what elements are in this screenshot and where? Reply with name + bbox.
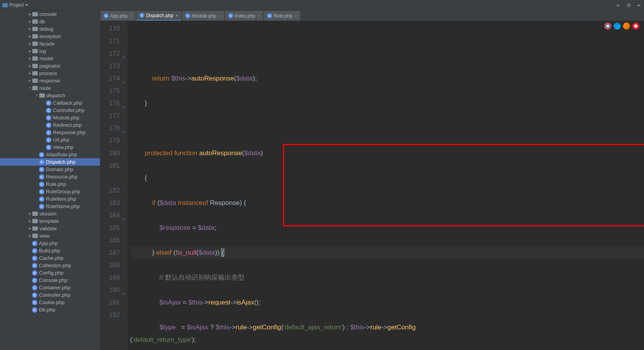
editor-tab[interactable]: CRule.php× bbox=[264, 11, 300, 21]
line-number[interactable]: 179 bbox=[100, 135, 120, 147]
tree-item[interactable]: CRuleItem.php bbox=[0, 195, 100, 203]
tree-item[interactable]: CController.php bbox=[0, 291, 100, 299]
close-icon[interactable]: × bbox=[176, 13, 178, 18]
project-dropdown[interactable]: Project bbox=[0, 0, 30, 10]
fold-icon[interactable]: ⊖ bbox=[121, 101, 126, 114]
close-icon[interactable]: × bbox=[218, 14, 221, 18]
collapse-all-icon[interactable]: ⇤ bbox=[615, 2, 622, 9]
editor-tab[interactable]: CApp.php× bbox=[100, 11, 135, 21]
tree-item[interactable]: CCallback.php bbox=[0, 99, 100, 107]
tree-item[interactable]: process bbox=[0, 70, 100, 77]
tree-arrow-icon[interactable] bbox=[28, 13, 32, 16]
tree-item[interactable]: CBuild.php bbox=[0, 247, 100, 254]
tree-item[interactable]: CController.php bbox=[0, 107, 100, 114]
tree-item[interactable]: CRule.php bbox=[0, 180, 100, 188]
tree-item[interactable]: CCache.php bbox=[0, 254, 100, 262]
tree-arrow-icon[interactable] bbox=[28, 227, 32, 230]
tree-arrow-icon[interactable] bbox=[28, 57, 32, 60]
fold-icon[interactable]: ⊖ bbox=[121, 213, 126, 226]
tree-item[interactable]: CDispatch.php bbox=[0, 158, 100, 166]
line-number[interactable]: 181 bbox=[100, 159, 120, 172]
line-number[interactable]: 176 bbox=[100, 97, 120, 110]
line-gutter[interactable]: 1701711721731741751761771781791801811821… bbox=[100, 21, 127, 350]
tree-arrow-icon[interactable] bbox=[28, 220, 32, 223]
tree-item[interactable]: exception bbox=[0, 33, 100, 40]
tree-item[interactable]: dispatch bbox=[0, 92, 100, 99]
fold-icon[interactable]: ⊖ bbox=[121, 126, 126, 138]
line-number[interactable]: 192 bbox=[100, 309, 120, 321]
tree-arrow-icon[interactable] bbox=[28, 42, 32, 46]
tree-item[interactable]: session bbox=[0, 210, 100, 217]
tree-arrow-icon[interactable] bbox=[28, 65, 32, 68]
line-number[interactable]: 190 bbox=[100, 284, 120, 296]
tree-item[interactable]: CContainer.php bbox=[0, 284, 100, 291]
close-icon[interactable]: × bbox=[295, 14, 297, 18]
fold-icon[interactable]: ⊖ bbox=[121, 76, 126, 89]
line-number[interactable]: 173 bbox=[100, 60, 120, 72]
tree-arrow-icon[interactable] bbox=[28, 87, 32, 90]
tree-item[interactable]: CResource.php bbox=[0, 173, 100, 180]
tree-item[interactable]: CCollection.php bbox=[0, 262, 100, 269]
line-number[interactable]: 185 bbox=[100, 222, 120, 234]
tree-item[interactable]: console bbox=[0, 10, 100, 18]
gear-icon[interactable]: ⚙ bbox=[625, 2, 632, 9]
code-area[interactable]: return $this->autoResponse($data); } pro… bbox=[127, 21, 644, 350]
line-number[interactable]: 182 bbox=[100, 184, 120, 197]
line-number[interactable]: 183 bbox=[100, 197, 120, 209]
tree-item[interactable]: log bbox=[0, 47, 100, 55]
line-number[interactable]: 187 bbox=[100, 247, 120, 259]
close-icon[interactable]: × bbox=[258, 14, 260, 18]
tree-arrow-icon[interactable] bbox=[28, 50, 32, 53]
line-number[interactable]: 177 bbox=[100, 110, 120, 122]
line-number[interactable]: 180 bbox=[100, 147, 120, 159]
line-number[interactable]: 188 bbox=[100, 259, 120, 271]
line-number[interactable]: 174 bbox=[100, 72, 120, 85]
line-number[interactable] bbox=[100, 172, 120, 184]
tree-item[interactable]: model bbox=[0, 55, 100, 62]
tree-item[interactable]: CResponse.php bbox=[0, 129, 100, 136]
editor[interactable]: 1701711721731741751761771781791801811821… bbox=[100, 21, 644, 350]
tree-arrow-icon[interactable] bbox=[28, 234, 32, 238]
tree-item[interactable]: CRuleName.php bbox=[0, 203, 100, 210]
tree-item[interactable]: CConfig.php bbox=[0, 269, 100, 276]
tree-arrow-icon[interactable] bbox=[28, 28, 32, 31]
editor-tab[interactable]: CIndex.php× bbox=[225, 11, 263, 21]
tree-item[interactable]: validate bbox=[0, 225, 100, 232]
tree-item[interactable]: CConsole.php bbox=[0, 276, 100, 284]
project-tree[interactable]: consoledbdebugexceptionfacadelogmodelpag… bbox=[0, 10, 100, 350]
tree-arrow-icon[interactable] bbox=[28, 79, 32, 82]
tree-item[interactable]: db bbox=[0, 18, 100, 25]
tree-arrow-icon[interactable] bbox=[28, 212, 32, 215]
editor-tab[interactable]: CModule.php× bbox=[182, 11, 224, 21]
tree-arrow-icon[interactable] bbox=[28, 35, 32, 38]
tree-item[interactable]: CAliasRule.php bbox=[0, 151, 100, 158]
line-number[interactable]: 178 bbox=[100, 122, 120, 135]
tree-item[interactable]: CView.php bbox=[0, 144, 100, 151]
hide-icon[interactable]: ⬋ bbox=[634, 0, 644, 10]
tree-item[interactable]: CDb.php bbox=[0, 306, 100, 313]
fold-icon[interactable]: ⊖ bbox=[121, 51, 126, 64]
line-number[interactable]: 186 bbox=[100, 234, 120, 247]
line-number[interactable]: 172 bbox=[100, 47, 120, 60]
tree-item[interactable]: debug bbox=[0, 25, 100, 33]
tree-item[interactable]: route bbox=[0, 84, 100, 92]
tree-item[interactable]: view bbox=[0, 232, 100, 240]
line-number[interactable]: 171 bbox=[100, 35, 120, 47]
editor-tab[interactable]: CDispatch.php× bbox=[136, 11, 181, 21]
tree-item[interactable]: CRedirect.php bbox=[0, 121, 100, 129]
line-number[interactable]: 175 bbox=[100, 85, 120, 97]
tree-arrow-icon[interactable] bbox=[28, 72, 32, 75]
line-number[interactable]: 189 bbox=[100, 271, 120, 284]
tree-item[interactable]: CApp.php bbox=[0, 240, 100, 247]
line-number[interactable]: 184 bbox=[100, 209, 120, 222]
line-number[interactable]: 191 bbox=[100, 296, 120, 309]
tree-item[interactable]: response bbox=[0, 77, 100, 84]
line-number[interactable]: 170 bbox=[100, 23, 120, 35]
tree-arrow-icon[interactable] bbox=[28, 20, 32, 23]
tree-item[interactable]: template bbox=[0, 217, 100, 225]
tree-item[interactable]: CUrl.php bbox=[0, 136, 100, 144]
tree-item[interactable]: paginator bbox=[0, 62, 100, 70]
fold-icon[interactable]: ⊖ bbox=[121, 288, 126, 300]
close-icon[interactable]: × bbox=[130, 14, 132, 18]
tree-item[interactable]: CRuleGroup.php bbox=[0, 188, 100, 195]
